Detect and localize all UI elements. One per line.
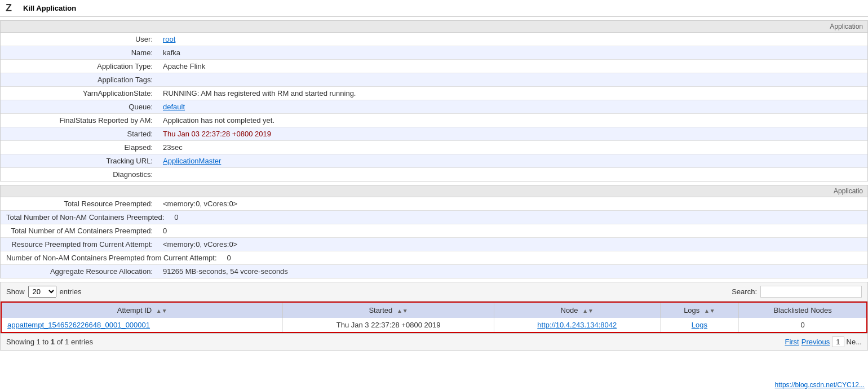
info-row-yarnstate: YarnApplicationState: RUNNING: AM has re… [1, 87, 867, 100]
show-label: Show [6, 287, 25, 296]
current-page-number: 1 [832, 336, 844, 347]
metrics-label-0: Total Resource Preempted: [1, 197, 158, 210]
metrics-value-3: <memory:0, vCores:0> [158, 238, 867, 251]
col-blacklisted-label: Blacklisted Nodes [773, 306, 831, 314]
col-logs-label: Logs [684, 306, 699, 314]
metrics-section-header: Applicatio [1, 185, 867, 197]
showing-text: Showing 1 to 1 of 1 entries [6, 338, 93, 346]
name-value: kafka [158, 46, 867, 59]
cell-node: http://10.4.243.134:8042 [494, 318, 660, 333]
started-value: Thu Jan 03 22:37:28 +0800 2019 [158, 127, 867, 140]
info-row-queue: Queue: default [1, 100, 867, 114]
table-footer: Showing 1 to 1 of 1 entries First Previo… [1, 333, 867, 350]
name-label: Name: [1, 46, 158, 59]
metrics-section: Applicatio Total Resource Preempted: <me… [0, 185, 868, 278]
yarnstate-value: RUNNING: AM has registered with RM and s… [158, 87, 867, 100]
started-label: Started: [1, 127, 158, 140]
info-row-elapsed: Elapsed: 23sec [1, 141, 867, 154]
queue-link[interactable]: default [163, 103, 185, 111]
table-row: appattempt_1546526226648_0001_000001 Thu… [1, 318, 867, 333]
metrics-value-1: 0 [170, 211, 867, 224]
next-page-text: Ne... [847, 338, 862, 346]
info-row-trackingurl: Tracking URL: ApplicationMaster [1, 154, 867, 168]
logo-icon: Z [6, 2, 12, 14]
metrics-label-5: Aggregate Resource Allocation: [1, 265, 158, 278]
user-label: User: [1, 33, 158, 46]
col-attempt-id[interactable]: Attempt ID ▲▼ [1, 302, 283, 318]
elapsed-label: Elapsed: [1, 141, 158, 154]
col-node[interactable]: Node ▲▼ [494, 302, 660, 318]
attempt-id-link[interactable]: appattempt_1546526226648_0001_000001 [7, 321, 150, 329]
metrics-value-2: 0 [158, 224, 867, 237]
attempts-table-section: Show 20 10 50 100 entries Search: Attemp… [0, 282, 868, 351]
metrics-value-0: <memory:0, vCores:0> [158, 197, 867, 210]
diagnostics-value [158, 168, 867, 181]
app-section-header: Application [1, 21, 867, 33]
search-label: Search: [732, 287, 757, 296]
cell-attempt-id: appattempt_1546526226648_0001_000001 [1, 318, 283, 333]
cell-logs: Logs [660, 318, 739, 333]
info-row-apptags: Application Tags: [1, 73, 867, 87]
logs-link[interactable]: Logs [692, 321, 707, 329]
trackingurl-link[interactable]: ApplicationMaster [163, 157, 221, 165]
col-blacklisted-nodes: Blacklisted Nodes [739, 302, 867, 318]
col-logs[interactable]: Logs ▲▼ [660, 302, 739, 318]
metrics-value-4: 0 [223, 251, 867, 264]
metrics-value-5: 91265 MB-seconds, 54 vcore-seconds [158, 265, 867, 278]
previous-page-link[interactable]: Previous [801, 338, 830, 346]
apptags-value [158, 73, 867, 86]
col-started-label: Started [369, 306, 392, 314]
queue-value: default [158, 100, 867, 113]
search-input[interactable] [760, 286, 862, 298]
trackingurl-value: ApplicationMaster [158, 154, 867, 167]
user-value: root [158, 33, 867, 46]
metrics-row-0: Total Resource Preempted: <memory:0, vCo… [1, 197, 867, 211]
sort-arrows-attempt-id: ▲▼ [156, 308, 167, 314]
metrics-row-5: Aggregate Resource Allocation: 91265 MB-… [1, 265, 867, 278]
attempts-table: Attempt ID ▲▼ Started ▲▼ Node ▲▼ Logs ▲▼… [1, 302, 867, 333]
kill-application-label: Kill Application [23, 4, 76, 12]
yarnstate-label: YarnApplicationState: [1, 87, 158, 100]
search-area: Search: [732, 286, 862, 298]
entries-label: entries [60, 287, 82, 296]
application-info-section: Application User: root Name: kafka Appli… [0, 20, 868, 181]
apptype-value: Apache Flink [158, 60, 867, 73]
show-entries-control: Show 20 10 50 100 entries [6, 286, 82, 298]
finalstatus-value: Application has not completed yet. [158, 114, 867, 127]
metrics-label-4: Number of Non-AM Containers Preempted fr… [1, 251, 223, 264]
col-started[interactable]: Started ▲▼ [283, 302, 494, 318]
sort-arrows-node: ▲▼ [582, 308, 594, 314]
user-link[interactable]: root [163, 35, 175, 43]
sort-arrows-logs: ▲▼ [704, 308, 715, 314]
node-link[interactable]: http://10.4.243.134:8042 [537, 321, 617, 329]
elapsed-value: 23sec [158, 141, 867, 154]
showing-bold: 1 [51, 338, 55, 346]
pagination: First Previous 1 Ne... [785, 336, 862, 347]
metrics-label-2: Total Number of AM Containers Preempted: [1, 224, 158, 237]
info-row-finalstatus: FinalStatus Reported by AM: Application … [1, 114, 867, 127]
started-text: Thu Jan 03 22:37:28 +0800 2019 [163, 130, 271, 138]
first-page-link[interactable]: First [785, 338, 799, 346]
cell-started: Thu Jan 3 22:37:28 +0800 2019 [283, 318, 494, 333]
metrics-row-4: Number of Non-AM Containers Preempted fr… [1, 251, 867, 265]
cell-blacklisted-nodes: 0 [739, 318, 867, 333]
entries-select[interactable]: 20 10 50 100 [28, 286, 56, 298]
col-attempt-id-label: Attempt ID [117, 306, 152, 314]
info-row-apptype: Application Type: Apache Flink [1, 60, 867, 73]
metrics-label-1: Total Number of Non-AM Containers Preemp… [1, 211, 170, 224]
table-controls: Show 20 10 50 100 entries Search: [1, 282, 867, 302]
apptags-label: Application Tags: [1, 73, 158, 86]
metrics-row-1: Total Number of Non-AM Containers Preemp… [1, 211, 867, 224]
info-row-user: User: root [1, 33, 867, 46]
metrics-row-3: Resource Preempted from Current Attempt:… [1, 238, 867, 251]
info-row-name: Name: kafka [1, 46, 867, 60]
finalstatus-label: FinalStatus Reported by AM: [1, 114, 158, 127]
top-bar: Z Kill Application [0, 0, 868, 17]
sort-arrows-started: ▲▼ [397, 308, 408, 314]
info-row-started: Started: Thu Jan 03 22:37:28 +0800 2019 [1, 127, 867, 141]
trackingurl-label: Tracking URL: [1, 154, 158, 167]
metrics-row-2: Total Number of AM Containers Preempted:… [1, 224, 867, 238]
metrics-label-3: Resource Preempted from Current Attempt: [1, 238, 158, 251]
info-row-diagnostics: Diagnostics: [1, 168, 867, 181]
apptype-label: Application Type: [1, 60, 158, 73]
